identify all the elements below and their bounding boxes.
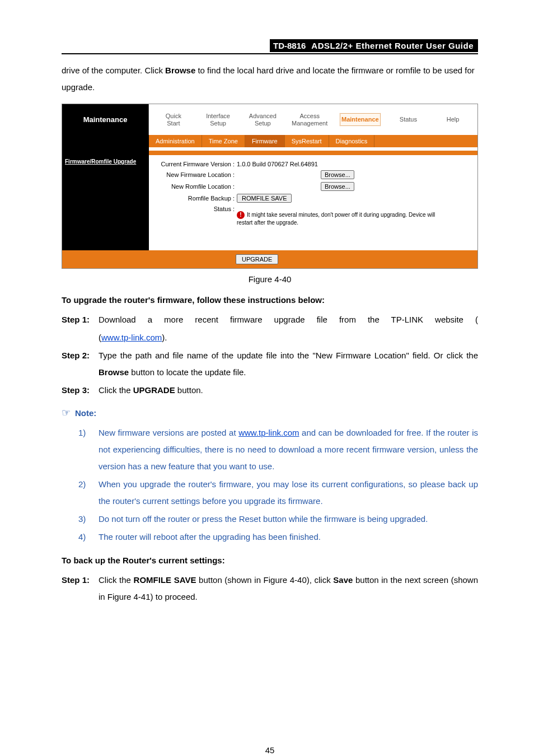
tp-link-url[interactable]: www.tp-link.com xyxy=(101,333,162,342)
nav-access-management[interactable]: AccessManagement xyxy=(291,110,329,129)
nav-quick-start[interactable]: QuickStart xyxy=(157,110,190,129)
upgrade-button[interactable]: UPGRADE xyxy=(236,254,278,264)
nav-advanced-setup[interactable]: AdvancedSetup xyxy=(246,110,279,129)
browse-firmware-button[interactable]: Browse... xyxy=(321,170,354,179)
step-1-label: Step 1: xyxy=(62,311,99,328)
intro-browse-word: Browse xyxy=(165,66,195,75)
subnav-timezone[interactable]: Time Zone xyxy=(202,135,245,147)
romfile-save-button[interactable]: ROMFILE SAVE xyxy=(237,194,292,203)
step-3-bold: UPGRADE xyxy=(133,385,175,395)
note-1: 1) New firmware versions are posted at w… xyxy=(78,424,478,475)
nav-maintenance[interactable]: Maintenance xyxy=(340,113,381,126)
router-sidebar: Firmware/Romfile Upgrade xyxy=(62,155,149,250)
intro-pre: drive of the computer. Click xyxy=(62,66,165,75)
step-1: Step 1: Download a more recent firmware … xyxy=(62,311,478,328)
intro-paragraph: drive of the computer. Click Browse to f… xyxy=(62,62,478,96)
note-label: Note: xyxy=(75,408,96,418)
warning-icon: ! xyxy=(237,211,245,219)
note-tp-link-url[interactable]: www.tp-link.com xyxy=(238,428,299,437)
page-number: 45 xyxy=(62,745,478,755)
note-list: 1) New firmware versions are posted at w… xyxy=(78,424,478,545)
nav-status[interactable]: Status xyxy=(391,114,425,125)
current-version-value: 1.0.0 Build 070627 Rel.64891 xyxy=(237,161,318,167)
router-content: Current Firmware Version : 1.0.0 Build 0… xyxy=(149,155,477,250)
sidebar-firmware-upgrade-link[interactable]: Firmware/Romfile Upgrade xyxy=(62,155,149,168)
router-sidebar-title: Maintenance xyxy=(62,104,149,135)
step-2-label: Step 2: xyxy=(62,347,99,381)
subnav-sysrestart[interactable]: SysRestart xyxy=(285,135,329,147)
backup-bold-1: ROMFILE SAVE xyxy=(134,575,196,585)
page-header: TD-8816ADSL2/2+ Ethernet Router User Gui… xyxy=(62,39,478,54)
nav-interface-setup[interactable]: InterfaceSetup xyxy=(202,110,235,129)
upgrade-instructions-heading: To upgrade the router's firmware, follow… xyxy=(62,295,478,305)
step-3-label: Step 3: xyxy=(62,382,99,399)
subnav-administration[interactable]: Administration xyxy=(149,135,202,147)
step-3: Step 3: Click the UPGRADE button. xyxy=(62,382,478,399)
pointing-hand-icon: ☞ xyxy=(62,407,71,419)
subnav-firmware[interactable]: Firmware xyxy=(245,135,285,147)
note-4: 4) The router will reboot after the upgr… xyxy=(78,529,478,545)
step-1-cont: (www.tp-link.com).). xyxy=(62,329,478,346)
new-romfile-label: New Romfile Location : xyxy=(156,183,237,190)
subnav-diagnostics[interactable]: Diagnostics xyxy=(329,135,375,147)
backup-bold-2: Save xyxy=(333,575,353,585)
figure-caption: Figure 4-40 xyxy=(62,274,478,284)
note-3: 3) Do not turn off the router or press t… xyxy=(78,511,478,528)
status-message: !It might take several minutes, don't po… xyxy=(237,206,449,226)
router-subnav: Administration Time Zone Firmware SysRes… xyxy=(149,135,477,147)
romfile-backup-label: Romfile Backup : xyxy=(156,195,237,202)
backup-step-label: Step 1: xyxy=(62,572,99,605)
backup-step-1: Step 1: Click the ROMFILE SAVE button (s… xyxy=(62,572,478,605)
note-2: 2) When you upgrade the router's firmwar… xyxy=(78,476,478,510)
note-heading: ☞ Note: xyxy=(62,407,478,419)
new-firmware-label: New Firmware Location : xyxy=(156,171,237,178)
nav-help[interactable]: Help xyxy=(436,114,470,125)
header-title: ADSL2/2+ Ethernet Router User Guide xyxy=(309,39,478,52)
status-label: Status : xyxy=(156,206,237,212)
step-2-bold: Browse xyxy=(99,367,129,377)
browse-romfile-button[interactable]: Browse... xyxy=(321,182,354,191)
header-model: TD-8816 xyxy=(270,39,309,52)
step-2: Step 2: Type the path and file name of t… xyxy=(62,347,478,381)
current-version-label: Current Firmware Version : xyxy=(156,161,237,167)
router-main-nav: QuickStart InterfaceSetup AdvancedSetup … xyxy=(149,104,477,135)
status-text: It might take several minutes, don't pow… xyxy=(237,212,435,226)
backup-heading: To back up the Router's current settings… xyxy=(62,556,478,565)
router-ui-screenshot: Maintenance QuickStart InterfaceSetup Ad… xyxy=(62,104,478,269)
